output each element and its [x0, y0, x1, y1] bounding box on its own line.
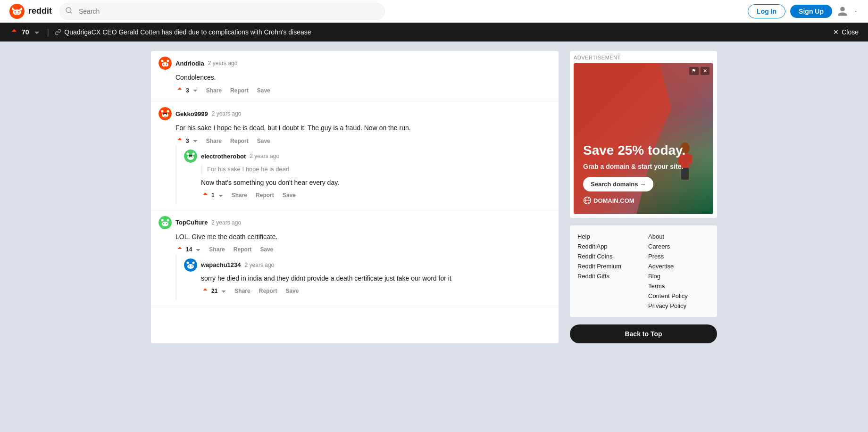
announcement-close[interactable]: ✕ Close — [833, 28, 859, 36]
comment-2-body: For his sake I hope he is dead, but I do… — [175, 123, 551, 133]
footer-link-privacy-policy[interactable]: Privacy Policy — [648, 302, 709, 309]
reply-wapachu-votes: 21 — [201, 286, 228, 296]
announcement-link[interactable]: QuadrigaCX CEO Gerald Cotten has died du… — [55, 28, 311, 36]
reply-electro-upvote[interactable] — [201, 191, 209, 200]
comment-3-share[interactable]: Share — [207, 245, 226, 254]
comment-3-upvote[interactable] — [175, 245, 184, 255]
svg-point-20 — [161, 110, 164, 113]
footer-link-terms[interactable]: Terms — [648, 282, 709, 290]
comment-1-share[interactable]: Share — [204, 86, 224, 95]
comment-1-report[interactable]: Report — [228, 86, 250, 95]
comment-3-report[interactable]: Report — [232, 245, 254, 254]
reply-wapachu-actions: 21 Share Report Save — [201, 286, 551, 296]
ad-cta-button[interactable]: Search domains → — [583, 177, 653, 191]
comment-1-downvote[interactable] — [191, 85, 200, 95]
footer-link-reddit-gifts[interactable]: Reddit Gifts — [577, 273, 639, 280]
username-gekko[interactable]: Gekko9999 — [175, 110, 208, 117]
ad-x-button[interactable]: ✕ — [701, 67, 709, 75]
comment-2-save[interactable]: Save — [255, 137, 272, 145]
footer-link-reddit-coins[interactable]: Reddit Coins — [577, 253, 639, 260]
username-andriodia[interactable]: Andriodia — [175, 60, 204, 67]
reply-wapachu-share[interactable]: Share — [233, 287, 252, 295]
ad-headline: Save 25% today. — [583, 143, 685, 158]
comment-1-vote-count: 3 — [186, 87, 189, 94]
footer-link-reddit-premium[interactable]: Reddit Premium — [577, 263, 639, 270]
back-to-top-container: Back to Top — [570, 324, 717, 343]
footer-link-press[interactable]: Press — [648, 253, 709, 260]
svg-point-3 — [18, 11, 20, 12]
svg-point-25 — [192, 157, 192, 158]
comment-3-meta: TopCulture 2 years ago — [159, 216, 551, 229]
domain-logo-icon — [583, 196, 592, 205]
sidebar: ADVERTISEMENT ⚑ ✕ Save 25% today. — [570, 51, 717, 343]
main-layout: Andriodia 2 years ago Condolences. 3 Sha… — [151, 42, 717, 353]
back-to-top-button[interactable]: Back to Top — [570, 324, 717, 343]
comment-3-vote-count: 14 — [186, 246, 192, 253]
comment-2-vote-count: 3 — [186, 138, 189, 144]
time-andriodia: 2 years ago — [208, 60, 238, 66]
comment-1-save[interactable]: Save — [255, 86, 272, 95]
comment-2-actions: 3 Share Report Save — [175, 136, 551, 146]
reddit-logo-icon — [9, 4, 25, 19]
reply-electro-downvote[interactable] — [217, 191, 225, 200]
svg-point-31 — [163, 223, 164, 224]
dropdown-chevron-icon[interactable] — [853, 8, 859, 14]
footer-link-advertise[interactable]: Advertise — [648, 263, 709, 270]
avatar-andriodia — [159, 57, 172, 70]
reply-electro-share[interactable]: Share — [230, 191, 249, 199]
svg-point-30 — [162, 222, 168, 226]
footer-link-content-policy[interactable]: Content Policy — [648, 292, 709, 299]
reply-wapachu-report[interactable]: Report — [257, 287, 279, 295]
ad-logo-text: DOMAIN.COM — [593, 197, 634, 204]
login-button[interactable]: Log In — [748, 4, 785, 18]
time-topculture: 2 years ago — [211, 219, 241, 226]
footer-link-help[interactable]: Help — [577, 233, 639, 240]
quote-block-1: For his sake I hope he is dead — [201, 165, 551, 174]
comment-3-body: LOL. Give me the death certificate. — [175, 232, 551, 242]
ann-upvote-button[interactable] — [9, 27, 19, 38]
svg-point-26 — [192, 153, 195, 155]
svg-rect-21 — [163, 113, 167, 114]
header: reddit Log In Sign Up — [0, 0, 868, 23]
reply-wapachu-upvote[interactable] — [201, 286, 209, 296]
user-icon[interactable] — [837, 6, 848, 17]
comment-1-votes: 3 — [175, 85, 200, 95]
comments-area: Andriodia 2 years ago Condolences. 3 Sha… — [151, 51, 559, 343]
signup-button[interactable]: Sign Up — [790, 5, 832, 18]
reply-electro-report[interactable]: Report — [254, 191, 276, 199]
reply-electro-save[interactable]: Save — [281, 191, 298, 199]
reply-wapachu-downvote[interactable] — [219, 286, 228, 296]
comment-2-share[interactable]: Share — [204, 137, 224, 145]
comment-2-downvote[interactable] — [191, 136, 200, 146]
search-bar — [59, 3, 385, 20]
reply-electro-actions: 1 Share Report Save — [201, 191, 551, 200]
comment-3-save[interactable]: Save — [258, 245, 275, 254]
comment-2-report[interactable]: Report — [228, 137, 250, 145]
username-electro[interactable]: electrotherobot — [201, 153, 246, 160]
ann-separator: | — [47, 27, 50, 37]
reply-electro-meta: electrotherobot 2 years ago — [184, 150, 551, 163]
reply-electro-votes: 1 — [201, 191, 225, 200]
footer-link-reddit-app[interactable]: Reddit App — [577, 243, 639, 250]
reply-wapachu-save[interactable]: Save — [284, 287, 300, 295]
comment-3: TopCulture 2 years ago LOL. Give me the … — [151, 210, 559, 306]
comment-1-upvote[interactable] — [175, 85, 184, 95]
comment-1-body: Condolences. — [175, 73, 551, 83]
ad-flag-button[interactable]: ⚑ — [689, 67, 699, 75]
reply-wapachu: wapachu1234 2 years ago sorry he died in… — [175, 255, 551, 300]
svg-rect-28 — [189, 155, 192, 157]
username-topculture[interactable]: TopCulture — [175, 219, 208, 226]
search-input[interactable] — [59, 3, 385, 20]
svg-point-27 — [187, 153, 189, 155]
ad-creative: ⚑ ✕ Save 25% today. Grab a domain & star… — [574, 63, 713, 214]
logo[interactable]: reddit — [9, 4, 52, 19]
ann-downvote-button[interactable] — [32, 27, 42, 38]
footer-link-blog[interactable]: Blog — [648, 273, 709, 280]
footer-link-careers[interactable]: Careers — [648, 243, 709, 250]
comment-2-upvote[interactable] — [175, 136, 184, 146]
footer-link-about[interactable]: About — [648, 233, 709, 240]
comment-3-actions: 14 Share Report Save — [175, 245, 551, 255]
comment-3-downvote[interactable] — [194, 245, 202, 255]
username-wapachu[interactable]: wapachu1234 — [201, 261, 241, 268]
time-gekko: 2 years ago — [212, 110, 242, 117]
